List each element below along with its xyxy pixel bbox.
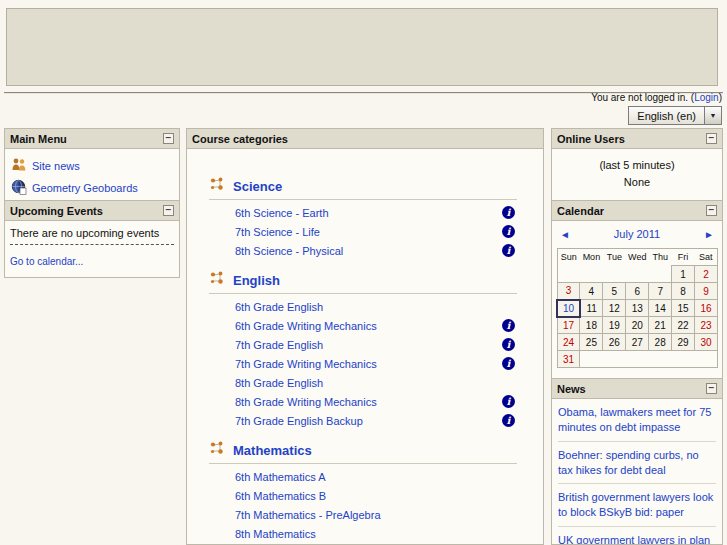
calendar-day: 31 [557,351,580,368]
calendar-day-empty [557,266,580,283]
course-row: 8th Mathematics [187,524,543,543]
site-banner [6,8,718,86]
go-to-calendar-link[interactable]: Go to calendar... [10,256,83,267]
upcoming-events-title: Upcoming Events [10,205,103,217]
online-users-body: (last 5 minutes) None [552,149,722,206]
calendar-day-empty [626,351,649,368]
info-icon[interactable]: i [502,357,515,370]
news-list: Obama, lawmakers meet for 75 minutes on … [552,399,722,545]
category-divider [209,199,517,200]
course-link[interactable]: 8th Mathematics [235,528,515,540]
chevron-down-icon[interactable]: ▼ [704,107,721,124]
upcoming-events-body: There are no upcoming events Go to calen… [5,221,179,277]
course-link[interactable]: 7th Grade English Backup [235,415,502,427]
calendar-day-header: Wed [626,249,649,266]
course-link[interactable]: 8th Grade Writing Mechanics [235,396,502,408]
news-headline-link[interactable]: British government lawyers look to block… [558,483,716,526]
upcoming-events-header: Upcoming Events − [5,201,179,221]
info-icon[interactable]: i [502,395,515,408]
news-headline-link[interactable]: Obama, lawmakers meet for 75 minutes on … [558,399,716,441]
login-link[interactable]: Login [694,92,718,103]
course-link[interactable]: 6th Mathematics B [235,490,515,502]
calendar-week: 24252627282930 [557,334,718,351]
collapse-icon[interactable]: − [706,133,717,144]
calendar-day-header: Fri [672,249,695,266]
next-month-icon[interactable]: ► [704,229,714,240]
course-categories-title: Course categories [192,133,288,145]
calendar-day: 11 [580,300,603,317]
calendar-day-header: Tue [603,249,626,266]
language-select[interactable]: English (en) ▼ [628,106,722,125]
info-icon[interactable]: i [502,244,515,257]
category-icon [209,176,225,196]
calendar-day-header: Sat [695,249,718,266]
info-icon[interactable]: i [502,414,515,427]
calendar-day: 3 [557,283,580,300]
calendar-day: 12 [603,300,626,317]
course-link[interactable]: 6th Grade Writing Mechanics [235,320,502,332]
course-link[interactable]: 7th Science - Life [235,226,502,238]
collapse-icon[interactable]: − [706,383,717,394]
course-link[interactable]: 6th Science - Earth [235,207,502,219]
calendar-day: 1 [672,266,695,283]
globe-icon [11,179,27,197]
collapse-icon[interactable]: − [163,205,174,216]
menu-item-label[interactable]: Site news [32,160,80,172]
course-categories-header: Course categories [187,129,543,149]
calendar-month-label[interactable]: July 2011 [570,228,704,240]
calendar-block: Calendar − ◄ July 2011 ► SunMonTueWedThu… [551,200,723,379]
calendar-day-empty [672,351,695,368]
calendar-day: 29 [672,334,695,351]
calendar-week: 3456789 [557,283,718,300]
language-value: English (en) [629,110,704,122]
course-row: 7th Grade Englishi [187,335,543,354]
calendar-day: 27 [626,334,649,351]
calendar-day: 24 [557,334,580,351]
online-users-none: None [556,174,718,191]
news-headline-link[interactable]: UK government lawyers in plan to block B… [558,526,716,545]
calendar-day: 9 [695,283,718,300]
info-icon[interactable]: i [502,319,515,332]
info-icon[interactable]: i [502,338,515,351]
main-menu-title: Main Menu [10,133,67,145]
prev-month-icon[interactable]: ◄ [560,229,570,240]
category-link[interactable]: English [233,273,280,288]
menu-item-label[interactable]: Geometry Geoboards [32,182,138,194]
category-icon [209,270,225,290]
info-icon[interactable]: i [502,225,515,238]
menu-item-site-news[interactable]: Site news [9,155,175,177]
news-headline-link[interactable]: Boehner: spending curbs, no tax hikes fo… [558,441,716,484]
calendar-day-headers: SunMonTueWedThuFriSat [557,249,718,266]
category: English6th Grade English6th Grade Writin… [187,269,543,430]
calendar-day: 2 [695,266,718,283]
info-icon[interactable]: i [502,206,515,219]
course-link[interactable]: 7th Mathematics - PreAlgebra [235,509,515,521]
category-icon [209,440,225,460]
online-users-title: Online Users [557,133,625,145]
calendar-day: 30 [695,334,718,351]
category-link[interactable]: Science [233,179,282,194]
collapse-icon[interactable]: − [163,133,174,144]
course-link[interactable]: 7th Grade English [235,339,502,351]
calendar-weeks: 1234567891011121314151617181920212223242… [557,266,718,368]
course-categories-panel: Course categories Science6th Science - E… [186,128,544,545]
calendar-day-empty [695,351,718,368]
calendar-day: 15 [672,300,695,317]
course-row: 6th Mathematics A [187,467,543,486]
calendar-week: 31 [557,351,718,368]
course-link[interactable]: 6th Grade English [235,301,515,313]
calendar-day-empty [580,266,603,283]
category: Mathematics6th Mathematics A6th Mathemat… [187,439,543,543]
calendar-header: Calendar − [552,201,722,221]
course-link[interactable]: 7th Grade Writing Mechanics [235,358,502,370]
online-users-window: (last 5 minutes) [556,157,718,174]
category-link[interactable]: Mathematics [233,443,312,458]
course-row: 7th Grade Writing Mechanicsi [187,354,543,373]
collapse-icon[interactable]: − [706,205,717,216]
course-link[interactable]: 8th Grade English [235,377,515,389]
course-link[interactable]: 6th Mathematics A [235,471,515,483]
course-row: 6th Grade English [187,297,543,316]
course-link[interactable]: 8th Science - Physical [235,245,502,257]
upcoming-events-block: Upcoming Events − There are no upcoming … [4,200,180,278]
menu-item-geometry-geoboards[interactable]: Geometry Geoboards [9,177,175,199]
